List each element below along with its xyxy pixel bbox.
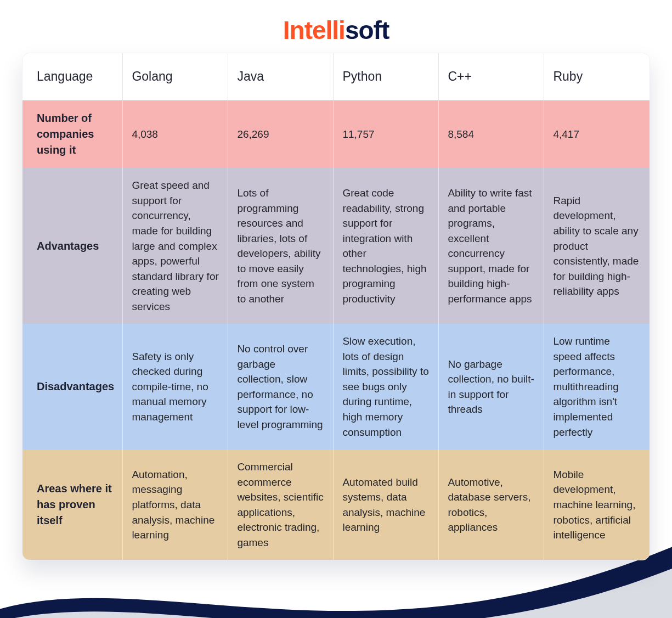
table-row: AdvantagesGreat speed and support for co… — [22, 168, 650, 324]
col-header-cpp: C++ — [439, 53, 544, 100]
table-row: DisadvantagesSafety is only checked duri… — [22, 324, 650, 450]
table-cell: Great speed and support for concurrency,… — [123, 168, 228, 324]
table-cell: 8,584 — [439, 100, 544, 168]
table-cell: 26,269 — [228, 100, 334, 168]
table-cell: 4,038 — [123, 100, 228, 168]
col-header-golang: Golang — [123, 53, 228, 100]
table-cell: Mobile development, machine learning, ro… — [544, 450, 650, 560]
table-cell: Commercial ecommerce websites, scientifi… — [228, 450, 334, 560]
table-row: Areas where it has proven itselfAutomati… — [22, 450, 650, 560]
table-cell: Automotive, database servers, robotics, … — [439, 450, 544, 560]
table-cell: Lots of programming resources and librar… — [228, 168, 334, 324]
col-header-ruby: Ruby — [544, 53, 650, 100]
row-label: Disadvantages — [22, 324, 123, 450]
table-header-row: Language Golang Java Python C++ Ruby — [22, 53, 650, 100]
row-label: Number of companies using it — [22, 100, 123, 168]
comparison-table: Language Golang Java Python C++ Ruby Num… — [22, 53, 650, 560]
table-cell: Low runtime speed affects performance, m… — [544, 324, 650, 450]
table-cell: No control over garbage collection, slow… — [228, 324, 334, 450]
table-cell: 11,757 — [334, 100, 439, 168]
brand-accent: Intelli — [283, 16, 345, 44]
table-cell: Rapid development, ability to scale any … — [544, 168, 650, 324]
table-cell: Automation, messaging platforms, data an… — [123, 450, 228, 560]
table-cell: 4,417 — [544, 100, 650, 168]
comparison-card: Language Golang Java Python C++ Ruby Num… — [22, 53, 650, 560]
table-body: Number of companies using it4,03826,2691… — [22, 100, 650, 560]
col-header-language: Language — [22, 53, 123, 100]
table-cell: Slow execution, lots of design limits, p… — [334, 324, 439, 450]
table-cell: Safety is only checked during compile-ti… — [123, 324, 228, 450]
table-cell: No garbage collection, no built-in suppo… — [439, 324, 544, 450]
table-cell: Ability to write fast and portable progr… — [439, 168, 544, 324]
row-label: Areas where it has proven itself — [22, 450, 123, 560]
row-label: Advantages — [22, 168, 123, 324]
table-cell: Great code readability, strong support f… — [334, 168, 439, 324]
col-header-java: Java — [228, 53, 334, 100]
col-header-python: Python — [334, 53, 439, 100]
brand-rest: soft — [345, 16, 389, 44]
table-cell: Automated build systems, data analysis, … — [334, 450, 439, 560]
table-row: Number of companies using it4,03826,2691… — [22, 100, 650, 168]
brand-logo: Intellisoft — [0, 0, 672, 53]
